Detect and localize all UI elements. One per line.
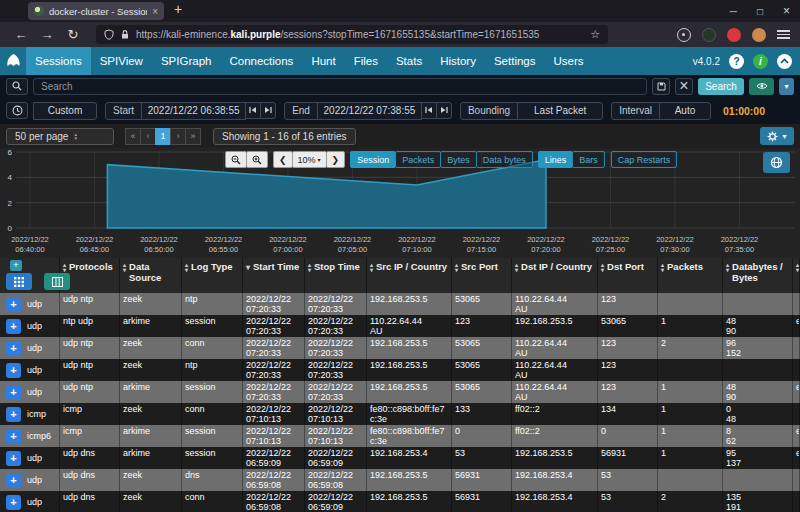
session-row[interactable]: +udpudp dnsarkimesession2022/12/22 06:59… (0, 447, 800, 469)
cap-restarts-toggle[interactable]: Cap Restarts (611, 151, 678, 168)
tracking-protection-icon[interactable] (104, 29, 114, 40)
session-row[interactable]: +udpntp udparkimesession2022/12/22 07:20… (0, 315, 800, 337)
bounding-select[interactable]: Last Packet (517, 102, 603, 120)
column-header-start-time[interactable]: ▾Start Time (243, 258, 305, 293)
pan-left-icon[interactable]: ❮ (273, 151, 293, 168)
clock-icon[interactable] (6, 102, 28, 119)
pocket-icon[interactable] (677, 28, 691, 42)
profile-icon[interactable] (752, 28, 766, 42)
column-header-dst-port[interactable]: ▴▾Dst Port (598, 258, 658, 293)
url-bar[interactable]: https://kali-eminence.kali.purple/sessio… (96, 25, 608, 44)
window-close-button[interactable]: × (783, 4, 790, 18)
nav-item-settings[interactable]: Settings (485, 47, 545, 75)
step-back-icon[interactable] (421, 102, 437, 119)
nav-item-history[interactable]: History (431, 47, 485, 75)
expand-session-button[interactable]: + (6, 451, 21, 466)
browser-tab[interactable]: docker-cluster - Sessions × (28, 2, 164, 20)
nav-item-files[interactable]: Files (345, 47, 387, 75)
page-button-first[interactable]: « (125, 128, 141, 145)
session-row[interactable]: +udpudp ntpzeekntp2022/12/22 07:20:33202… (0, 359, 800, 381)
graph-metric-bytes[interactable]: Bytes (440, 151, 477, 168)
page-button-prev[interactable]: ‹ (140, 128, 156, 145)
column-header-packets[interactable]: ▴▾Packets (658, 258, 723, 293)
column-header-stop-time[interactable]: ▴▾Stop Time (305, 258, 367, 293)
expand-session-button[interactable]: + (6, 473, 21, 488)
graph-style-bars[interactable]: Bars (572, 151, 605, 168)
table-density-button[interactable] (6, 273, 32, 290)
menu-icon[interactable] (777, 30, 790, 39)
session-row[interactable]: +udpudp ntpzeekntp2022/12/22 07:20:33202… (0, 293, 800, 315)
session-row[interactable]: +udpudp ntpzeekconn2022/12/22 07:20:3320… (0, 337, 800, 359)
expand-session-button[interactable]: + (6, 319, 21, 334)
nav-item-stats[interactable]: Stats (387, 47, 431, 75)
search-input[interactable] (33, 78, 647, 95)
save-search-icon[interactable] (652, 78, 670, 95)
step-forward-icon[interactable] (436, 102, 452, 119)
session-row[interactable]: +udpudp ntparkimesession2022/12/22 07:20… (0, 381, 800, 403)
column-header-log-type[interactable]: ▴▾Log Type (182, 258, 243, 293)
expand-session-button[interactable]: + (6, 363, 21, 378)
time-preset-select[interactable]: Custom (33, 102, 97, 120)
scroll-top-icon[interactable] (777, 54, 792, 69)
nav-item-sessions[interactable]: Sessions (26, 47, 91, 75)
expand-session-button[interactable]: + (6, 429, 21, 444)
per-page-select[interactable]: 50 per page ▴▾ (6, 128, 114, 145)
page-button-next[interactable]: › (170, 128, 186, 145)
bookmark-star-icon[interactable]: ☆ (590, 28, 600, 41)
actions-dropdown-icon[interactable]: ▾ (779, 78, 794, 95)
clear-search-icon[interactable]: × (675, 78, 693, 95)
help-icon[interactable]: ? (729, 54, 744, 69)
column-header-data-source[interactable]: ▴▾Data Source (120, 258, 182, 293)
page-button-last[interactable]: » (185, 128, 201, 145)
new-tab-button[interactable]: + (174, 1, 182, 17)
expand-session-button[interactable]: + (6, 495, 21, 510)
nav-item-spigraph[interactable]: SPIGraph (152, 47, 221, 75)
column-header-src-port[interactable]: ▴▾Src Port (452, 258, 512, 293)
expand-session-button[interactable]: + (6, 341, 21, 356)
column-header-dst-ip[interactable]: ▴▾Dst IP / Country (512, 258, 598, 293)
extension-icon[interactable] (702, 28, 716, 42)
zoom-level-select[interactable]: 10%▾ (292, 151, 327, 168)
step-back-icon[interactable] (245, 102, 261, 119)
graph-metric-session[interactable]: Session (350, 151, 396, 168)
info-icon[interactable]: i (753, 54, 768, 69)
interval-select[interactable]: Auto (659, 102, 711, 120)
expand-session-button[interactable]: + (6, 407, 21, 422)
back-icon[interactable]: ← (8, 27, 34, 42)
window-minimize-button[interactable]: ─ (730, 6, 737, 17)
tab-close-icon[interactable]: × (152, 6, 158, 17)
session-row[interactable]: +udpudp dnszeekconn2022/12/22 06:59:0820… (0, 491, 800, 512)
session-row[interactable]: +icmpicmpzeekconn2022/12/22 07:10:132022… (0, 403, 800, 425)
reload-icon[interactable]: ↻ (60, 27, 86, 42)
nav-item-users[interactable]: Users (545, 47, 593, 75)
lock-icon[interactable] (120, 29, 130, 40)
graph-metric-packets[interactable]: Packets (395, 151, 441, 168)
expand-session-button[interactable]: + (6, 297, 21, 312)
start-time-input[interactable]: 2022/12/22 06:38:55 (141, 102, 246, 120)
nav-item-spiview[interactable]: SPIView (91, 47, 152, 75)
page-button-page-1[interactable]: 1 (155, 128, 171, 145)
expand-session-button[interactable]: + (6, 385, 21, 400)
zoom-out-icon[interactable] (225, 151, 247, 168)
forward-icon[interactable]: → (34, 27, 60, 42)
table-settings-button[interactable]: ▾ (760, 127, 794, 145)
zoom-in-icon[interactable] (246, 151, 268, 168)
session-row[interactable]: +udpudp dnszeekdns2022/12/22 06:59:08202… (0, 469, 800, 491)
step-forward-icon[interactable] (260, 102, 276, 119)
search-icon[interactable] (6, 78, 28, 95)
end-time-input[interactable]: 2022/12/22 07:38:55 (317, 102, 422, 120)
pan-right-icon[interactable]: ❯ (326, 151, 346, 168)
nav-item-connections[interactable]: Connections (220, 47, 302, 75)
column-header-more[interactable]: ▴▾ (793, 258, 800, 293)
search-button[interactable]: Search (698, 78, 744, 95)
graph-style-lines[interactable]: Lines (538, 151, 574, 168)
column-header-src-ip[interactable]: ▴▾Src IP / Country (367, 258, 452, 293)
arkime-logo-icon[interactable] (0, 51, 26, 71)
map-toggle-button[interactable] (763, 152, 790, 173)
window-maximize-button[interactable]: □ (757, 6, 763, 17)
expand-all-button[interactable]: + (10, 260, 22, 271)
adblock-icon[interactable] (727, 28, 741, 42)
graph-metric-data-bytes[interactable]: Data bytes (476, 151, 533, 168)
views-eye-icon[interactable] (749, 78, 774, 95)
column-config-button[interactable] (44, 273, 70, 290)
